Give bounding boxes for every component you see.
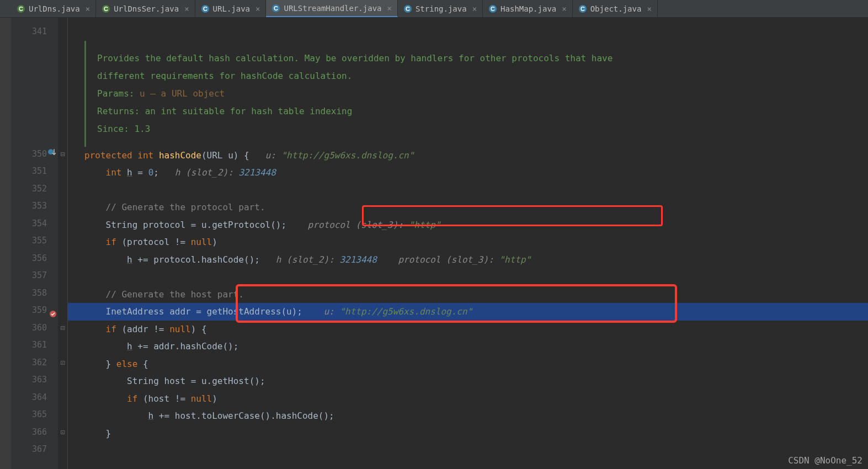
line-number[interactable]: 353 (11, 198, 58, 215)
fold-column: ⊟ ⊟ ⊡ ⊡ (58, 18, 68, 469)
code-line-341 (68, 23, 868, 41)
line-number[interactable]: 359 (11, 302, 58, 319)
code-line-359-current: InetAddress addr = getHostAddress(u); u:… (68, 303, 868, 321)
editor-tabs: C UrlDns.java × C UrlDnsSer.java × C URL… (0, 0, 868, 18)
svg-text:C: C (274, 5, 279, 12)
svg-text:C: C (19, 6, 23, 12)
code-line-364: if (host != null) (68, 390, 868, 408)
tab-object[interactable]: C Object.java × (573, 0, 658, 17)
fold-toggle[interactable]: ⊟ (58, 319, 67, 337)
watermark: CSDN @NoOne_52 (788, 455, 862, 466)
override-icon[interactable] (48, 146, 57, 163)
line-number[interactable]: 354 (11, 215, 58, 233)
tab-label: Object.java (590, 4, 642, 13)
line-number[interactable]: 358 (11, 285, 58, 302)
line-number[interactable]: 350 (11, 146, 58, 163)
code-line-350: protected int hashCode(URL u) { u: "http… (68, 147, 868, 164)
close-icon[interactable]: × (387, 4, 392, 13)
line-number[interactable]: 356 (11, 250, 58, 268)
tab-label: UrlDns.java (29, 4, 80, 13)
code-line-357 (68, 268, 868, 286)
code-line-356: h += protocol.hashCode(); h (slot_2): 32… (68, 251, 868, 269)
code-line-362: } else { (68, 355, 868, 373)
code-content[interactable]: Provides the default hash calculation. M… (68, 18, 868, 469)
code-line-354: String protocol = u.getProtocol(); proto… (68, 216, 868, 234)
svg-text:C: C (203, 6, 207, 12)
tab-label: URLStreamHandler.java (284, 4, 381, 13)
code-line-363: String host = u.getHost(); (68, 372, 868, 390)
close-icon[interactable]: × (647, 4, 651, 13)
svg-text:C: C (104, 6, 108, 12)
tab-hashmap[interactable]: C HashMap.java × (483, 0, 573, 17)
svg-text:C: C (406, 6, 410, 12)
code-line-353: // Generate the protocol part. (68, 199, 868, 216)
line-number[interactable]: 357 (11, 267, 58, 285)
class-icon: C (102, 4, 110, 13)
javadoc-params: u – a URL object (140, 88, 225, 99)
breakpoint-icon[interactable] (49, 307, 57, 315)
class-icon: C (17, 4, 25, 13)
left-stripe (0, 18, 11, 469)
line-number[interactable]: 364 (11, 389, 58, 407)
line-number[interactable] (11, 41, 58, 146)
javadoc-desc: Provides the default hash calculation. M… (97, 50, 857, 67)
code-line-361: h += addr.hashCode(); (68, 338, 868, 355)
line-number[interactable]: 355 (11, 232, 58, 250)
fold-end[interactable]: ⊡ (58, 354, 67, 372)
line-number[interactable]: 366 (11, 424, 58, 441)
javadoc-params-label: Params: (97, 88, 134, 99)
line-number[interactable]: 341 (11, 23, 58, 41)
javadoc-desc: different requirements for hashCode calc… (97, 67, 857, 85)
lib-class-icon: C (578, 4, 587, 13)
tab-string[interactable]: C String.java × (398, 0, 483, 17)
close-icon[interactable]: × (255, 4, 260, 13)
code-line-352 (68, 182, 868, 199)
code-line-351: int h = 0; h (slot_2): 3213448 (68, 164, 868, 182)
lib-class-icon: C (201, 4, 210, 13)
javadoc-since-label: Since: (97, 124, 129, 134)
close-icon[interactable]: × (562, 4, 566, 13)
lib-class-icon: C (488, 4, 497, 13)
tab-urldns[interactable]: C UrlDns.java × (11, 0, 96, 17)
lib-class-icon: C (403, 4, 412, 13)
tab-urldnsser[interactable]: C UrlDnsSer.java × (96, 0, 195, 17)
tab-label: URL.java (213, 4, 250, 13)
code-line-367 (68, 442, 868, 460)
javadoc-returns-label: Returns: (97, 106, 140, 116)
line-number[interactable]: 361 (11, 337, 58, 354)
line-number[interactable]: 367 (11, 441, 58, 459)
line-number[interactable]: 365 (11, 406, 58, 424)
javadoc: Provides the default hash calculation. M… (84, 41, 868, 147)
javadoc-returns: an int suitable for hash table indexing (145, 106, 353, 116)
editor-area: 341 350 351 352 353 354 355 356 357 358 … (0, 18, 868, 469)
code-line-358: // Generate the host part. (68, 286, 868, 303)
line-number[interactable]: 362 (11, 354, 58, 372)
close-icon[interactable]: × (472, 4, 477, 13)
tab-label: HashMap.java (500, 4, 556, 13)
close-icon[interactable]: × (86, 4, 90, 13)
svg-text:C: C (581, 6, 585, 12)
tab-label: UrlDnsSer.java (114, 4, 179, 13)
javadoc-since: 1.3 (134, 124, 150, 134)
line-number[interactable]: 351 (11, 163, 58, 180)
fold-end[interactable]: ⊡ (58, 424, 67, 441)
code-line-360: if (addr != null) { (68, 321, 868, 338)
line-number[interactable]: 352 (11, 180, 58, 198)
code-line-366: } (68, 425, 868, 443)
lib-class-icon: C (271, 4, 280, 13)
tab-url[interactable]: C URL.java × (195, 0, 267, 17)
line-number[interactable]: 360 (11, 319, 58, 337)
code-line-355: if (protocol != null) (68, 233, 868, 251)
fold-toggle[interactable]: ⊟ (58, 146, 67, 163)
line-number[interactable]: 363 (11, 371, 58, 389)
svg-text:C: C (491, 6, 495, 12)
tab-urlstreamhandler[interactable]: C URLStreamHandler.java × (266, 0, 397, 17)
tab-label: String.java (416, 4, 467, 13)
line-gutter: 341 350 351 352 353 354 355 356 357 358 … (11, 18, 58, 469)
code-line-365: h += host.toLowerCase().hashCode(); (68, 407, 868, 425)
close-icon[interactable]: × (184, 4, 189, 13)
